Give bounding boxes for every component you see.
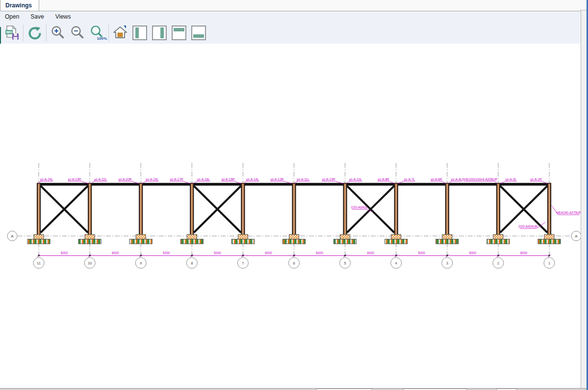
footing-base [487, 239, 510, 244]
menu-save[interactable]: Save [26, 12, 50, 22]
grid-bubble-label: 4 [395, 261, 397, 265]
member-label: yz-A-7L [404, 178, 415, 182]
dimension-text: 6000 [520, 251, 528, 255]
zoom-out-icon [69, 25, 86, 41]
member-label: yz-A-14L [246, 178, 259, 182]
footing-pedestal [442, 234, 452, 239]
dimension-node [242, 255, 244, 257]
member-label: yz-A-24L [40, 178, 53, 182]
member-label: yz-A-10L [349, 178, 362, 182]
member-label: yz-A-20R [118, 178, 131, 182]
member-label: yz-A-8R [378, 178, 389, 182]
view-top-button[interactable] [169, 23, 189, 43]
window-edge-sliver [0, 27, 1, 44]
dimension-text: 5000 [163, 251, 170, 255]
grid-bubble-label: 7 [242, 261, 244, 265]
footing-base [334, 239, 357, 244]
menu-open[interactable]: Open [0, 12, 26, 22]
grid-bubble-label: 8 [191, 261, 193, 265]
dimension-node [191, 255, 193, 257]
toolbar-separator [46, 25, 47, 41]
dimension-node [497, 255, 499, 257]
export-image-button[interactable]: IMG [2, 23, 22, 43]
callout-label: HEA240-A275UR [557, 211, 582, 214]
tab-bar: Drawings [0, 0, 588, 11]
grid-bubble-label: 2 [497, 261, 499, 265]
svg-text:IMG: IMG [6, 30, 12, 34]
callout-leader [552, 206, 558, 215]
view-bottom-button[interactable] [189, 23, 208, 43]
member-label: yz-A-6R [431, 178, 442, 182]
member-label: yz-A-11L [297, 178, 309, 182]
member-label: yz-A-4L [451, 178, 462, 182]
footing-pedestal [340, 234, 350, 239]
footing-pedestal [187, 234, 197, 239]
vertical-scrollbar[interactable] [581, 10, 587, 390]
footing-base [283, 239, 306, 244]
view-right-button[interactable] [150, 23, 169, 43]
toolbar: IMG 100% [0, 22, 588, 44]
grid-bubble-label: 1 [548, 261, 550, 265]
footing-base [436, 239, 459, 244]
refresh-icon [26, 25, 43, 41]
member-label: yz-A-10R [322, 178, 335, 182]
tab-drawings[interactable]: Drawings [0, 0, 39, 11]
dimension-node [344, 255, 346, 257]
footing-base [129, 239, 152, 244]
dimension-node [293, 255, 295, 257]
dimension-text: 6000 [61, 251, 68, 255]
grid-bubble-label: 10 [88, 261, 92, 265]
member-label: yz-A-19L [146, 178, 158, 182]
bottom-panel-edge [0, 388, 588, 390]
grid-bubble-label: 5 [344, 261, 346, 265]
footing-pedestal [238, 234, 248, 239]
footing-pedestal [391, 234, 401, 239]
grid-bubble-label: 9 [140, 261, 142, 265]
dimension-node [89, 255, 91, 257]
view-left-button[interactable] [130, 23, 150, 43]
dimension-node [549, 255, 550, 257]
zoom-out-button[interactable] [68, 23, 87, 43]
row-bubble-label: A [11, 234, 14, 238]
footing-pedestal [85, 234, 95, 239]
export-image-icon: IMG [3, 25, 20, 41]
member-label: yz-A-15R [221, 178, 234, 182]
home-view-button[interactable] [110, 23, 130, 43]
dimension-node [140, 255, 142, 257]
view-bottom-icon [190, 25, 207, 41]
zoom-level-label: 100% [97, 36, 107, 41]
member-label: yz-A-13R [270, 178, 283, 182]
dimension-text: 6000 [112, 251, 119, 255]
view-left-icon [131, 25, 148, 41]
dimension-text: 5000 [418, 251, 426, 255]
footing-pedestal [289, 234, 299, 239]
footing-base [538, 239, 561, 244]
member-label: yz-A-17R [170, 178, 183, 182]
grid-bubble-label: 11 [37, 261, 41, 265]
footing-base [78, 239, 101, 244]
zoom-in-button[interactable] [48, 23, 68, 43]
member-label: yz-A-16L [197, 178, 210, 182]
footing-base [27, 239, 50, 244]
footing-pedestal [34, 234, 44, 239]
toolbar-separator [108, 25, 109, 41]
member-label: yz-A-1R [530, 178, 542, 182]
callout-label: D20-A304UR [519, 225, 538, 228]
menu-views[interactable]: Views [51, 12, 77, 22]
menu-bar: Open Save Views [0, 11, 588, 22]
zoom-100-button[interactable]: 100% [87, 23, 107, 43]
member-label: yz-A-23R [68, 178, 81, 182]
drawing-canvas[interactable]: AA60006000500050006000600060005000500060… [0, 44, 588, 390]
dimension-text: 6000 [367, 251, 374, 255]
view-top-icon [171, 25, 187, 41]
member-label: SHS100x100x4-A208UR [462, 178, 497, 181]
zoom-in-icon [50, 25, 66, 41]
footing-pedestal [493, 234, 503, 239]
member-label: yz-A-3L [506, 178, 517, 182]
dimension-node [446, 255, 448, 257]
view-right-icon [151, 25, 168, 41]
dimension-text: 6000 [316, 251, 323, 255]
footing-base [180, 239, 203, 244]
elevation-drawing: AA60006000500050006000600060005000500060… [0, 44, 588, 390]
refresh-button[interactable] [25, 23, 45, 43]
